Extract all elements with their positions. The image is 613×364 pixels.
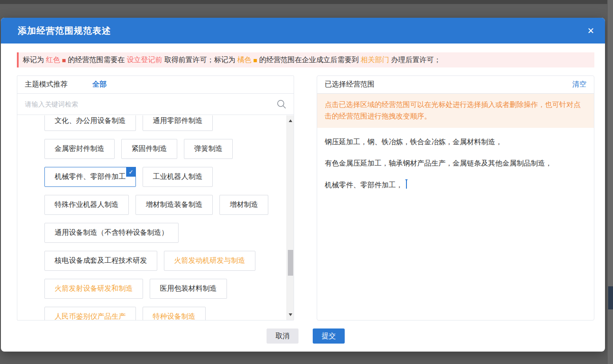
- tag-row: 火箭发射设备研发和制造医用包装材料制造: [44, 279, 276, 299]
- selected-scope-line[interactable]: 有色金属压延加工，轴承钢材产品生产，金属链条及其他金属制品制造，: [325, 159, 586, 168]
- add-business-scope-modal: 添加经营范围规范表述 ✕ 标记为 红色 ■ 的经营范围需要在 设立登记前 取得前…: [1, 18, 605, 352]
- scope-tag-button[interactable]: 火箭发动机研发与制造: [164, 251, 255, 271]
- orange-square-icon: ■: [251, 56, 259, 64]
- scope-tag-button[interactable]: 金属密封件制造: [44, 139, 115, 159]
- scope-tag-button[interactable]: 工业机器人制造: [143, 167, 213, 187]
- scope-tag-button[interactable]: 通用设备制造（不含特种设备制造）: [44, 223, 179, 243]
- checkmark-icon: ✓: [126, 167, 136, 177]
- scope-tag-button[interactable]: 人民币鉴别仪产品生产: [44, 307, 136, 320]
- list-scrollbar[interactable]: [287, 115, 294, 320]
- search-icon[interactable]: [276, 99, 287, 110]
- legend-text-segment: 的经营范围在企业成立后需要到: [259, 55, 361, 65]
- scope-tag-button[interactable]: 核电设备成套及工程技术研发: [44, 251, 157, 271]
- tag-row: 文化、办公用设备制造通用零部件制造: [44, 115, 276, 131]
- scope-tag-button[interactable]: 增材制造: [219, 195, 268, 215]
- legend-text-segment: 标记为: [23, 55, 46, 65]
- legend-text-segment: 红色: [46, 55, 60, 65]
- legend-text-segment: 相关部门: [361, 55, 389, 65]
- cancel-button[interactable]: 取消: [267, 328, 299, 344]
- tab-theme-recommend[interactable]: 主题模式推荐: [25, 80, 68, 89]
- submit-button[interactable]: 提交: [313, 328, 345, 344]
- tag-row: 通用设备制造（不含特种设备制造）: [44, 223, 276, 243]
- selected-scope-line[interactable]: 机械零件、零部件加工，: [325, 180, 586, 190]
- tag-row: 机械零件、零部件加工✓工业机器人制造: [44, 167, 276, 187]
- tag-row: 特殊作业机器人制造增材制造装备制造增材制造: [44, 195, 276, 215]
- scrollbar-up-arrow-icon[interactable]: [287, 117, 294, 124]
- selected-scope-line[interactable]: 钢压延加工，钢、铁冶炼，铁合金冶炼，金属材料制造，: [325, 138, 586, 146]
- red-square-icon: ■: [60, 56, 68, 64]
- tag-row: 金属密封件制造紧固件制造弹簧制造: [44, 139, 276, 159]
- catalog-tabs: 主题模式推荐 全部: [17, 76, 294, 94]
- scope-tag-button[interactable]: 特殊作业机器人制造: [44, 195, 129, 215]
- scrollbar-down-arrow-icon[interactable]: [287, 311, 294, 318]
- window-scrollbar-thumb[interactable]: [608, 286, 613, 309]
- scope-tag-button[interactable]: 火箭发射设备研发和制造: [44, 279, 143, 299]
- scope-tag-button[interactable]: 特种设备制造: [143, 307, 206, 320]
- selected-scope-editor[interactable]: 钢压延加工，钢、铁冶炼，铁合金冶炼，金属材料制造，有色金属压延加工，轴承钢材产品…: [317, 128, 594, 190]
- scope-tag-button[interactable]: 弹簧制造: [184, 139, 233, 159]
- selected-panel-hint: 点击已选择区域的经营范围可以在光标处进行选择插入或者删除操作，也可针对点击的经营…: [317, 94, 594, 128]
- page-top-strip: [0, 0, 613, 4]
- legend-text-segment: 办理后置许可；: [389, 55, 441, 65]
- search-input[interactable]: [17, 94, 294, 115]
- scope-catalog-panel: 主题模式推荐 全部 文化、办公用设备制造通用零部件制造金属密封件制造紧固件制造弹…: [17, 75, 294, 320]
- legend-text-segment: 橘色: [237, 55, 251, 65]
- scope-tag-button[interactable]: 医用包装材料制造: [150, 279, 227, 299]
- search-bar: [17, 94, 294, 115]
- window-scrollbar[interactable]: [607, 0, 613, 364]
- text-caret: [406, 180, 407, 189]
- scope-tag-list: 文化、办公用设备制造通用零部件制造金属密封件制造紧固件制造弹簧制造机械零件、零部…: [17, 115, 294, 320]
- modal-header: 添加经营范围规范表述 ✕: [1, 18, 605, 44]
- scrollbar-thumb[interactable]: [288, 250, 293, 276]
- scope-tag-button[interactable]: 文化、办公用设备制造: [44, 115, 136, 131]
- tag-row: 核电设备成套及工程技术研发火箭发动机研发与制造: [44, 251, 276, 271]
- selected-panel-header: 已选择经营范围 清空: [317, 76, 594, 94]
- scope-tag-button[interactable]: 机械零件、零部件加工✓: [44, 167, 136, 187]
- scope-tag-button[interactable]: 增材制造装备制造: [135, 195, 213, 215]
- selected-scope-panel: 已选择经营范围 清空 点击已选择区域的经营范围可以在光标处进行选择插入或者删除操…: [317, 75, 594, 320]
- legend-text-segment: 的经营范围需要在: [68, 55, 127, 65]
- legend-text-segment: 取得前置许可；标记为: [162, 55, 237, 65]
- legend-notice-bar: 标记为 红色 ■ 的经营范围需要在 设立登记前 取得前置许可；标记为 橘色 ■ …: [17, 52, 594, 67]
- page-background: 添加经营范围规范表述 ✕ 标记为 红色 ■ 的经营范围需要在 设立登记前 取得前…: [0, 0, 613, 364]
- selected-panel-title: 已选择经营范围: [325, 80, 374, 89]
- modal-title: 添加经营范围规范表述: [18, 25, 111, 37]
- clear-all-link[interactable]: 清空: [572, 80, 586, 89]
- close-icon[interactable]: ✕: [587, 27, 594, 35]
- tag-row: 人民币鉴别仪产品生产特种设备制造: [44, 307, 276, 320]
- legend-text-segment: 设立登记前: [127, 55, 162, 65]
- tab-all[interactable]: 全部: [92, 80, 107, 89]
- scope-tag-button[interactable]: 紧固件制造: [121, 139, 177, 159]
- scope-tag-button[interactable]: 通用零部件制造: [143, 115, 213, 131]
